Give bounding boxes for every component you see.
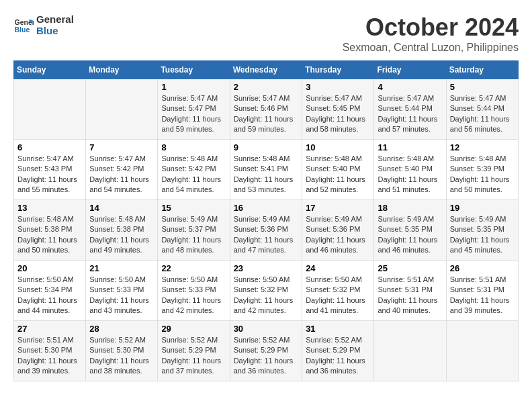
day-number: 22 <box>161 263 226 273</box>
day-number: 8 <box>161 142 226 152</box>
title-section: October 2024 Sexmoan, Central Luzon, Phi… <box>343 13 519 54</box>
day-info: Sunrise: 5:50 AMSunset: 5:32 PMDaylight:… <box>306 275 370 316</box>
calendar-week-row: 27Sunrise: 5:51 AMSunset: 5:30 PMDayligh… <box>14 321 519 381</box>
calendar-cell: 17Sunrise: 5:49 AMSunset: 5:36 PMDayligh… <box>302 200 374 261</box>
calendar-cell: 4Sunrise: 5:47 AMSunset: 5:44 PMDaylight… <box>374 79 446 140</box>
calendar-cell: 20Sunrise: 5:50 AMSunset: 5:34 PMDayligh… <box>14 261 86 321</box>
calendar-cell: 30Sunrise: 5:52 AMSunset: 5:29 PMDayligh… <box>230 321 302 381</box>
calendar-cell: 3Sunrise: 5:47 AMSunset: 5:45 PMDaylight… <box>302 79 374 140</box>
day-info: Sunrise: 5:50 AMSunset: 5:32 PMDaylight:… <box>234 275 299 316</box>
calendar-table: SundayMondayTuesdayWednesdayThursdayFrid… <box>13 60 519 381</box>
calendar-cell: 13Sunrise: 5:48 AMSunset: 5:38 PMDayligh… <box>14 200 86 261</box>
page-header: General Blue General Blue October 2024 S… <box>13 13 519 54</box>
calendar-cell: 18Sunrise: 5:49 AMSunset: 5:35 PMDayligh… <box>374 200 446 261</box>
day-number: 26 <box>450 263 515 273</box>
weekday-header: Wednesday <box>230 61 302 79</box>
day-number: 11 <box>378 142 442 152</box>
calendar-cell: 6Sunrise: 5:47 AMSunset: 5:43 PMDaylight… <box>14 140 86 200</box>
calendar-cell <box>86 79 158 140</box>
logo-text-line1: General <box>36 13 74 25</box>
calendar-week-row: 20Sunrise: 5:50 AMSunset: 5:34 PMDayligh… <box>14 261 519 321</box>
day-number: 16 <box>234 203 299 213</box>
day-info: Sunrise: 5:47 AMSunset: 5:46 PMDaylight:… <box>234 93 299 135</box>
day-info: Sunrise: 5:52 AMSunset: 5:30 PMDaylight:… <box>89 335 154 377</box>
day-number: 13 <box>17 203 82 213</box>
calendar-week-row: 13Sunrise: 5:48 AMSunset: 5:38 PMDayligh… <box>14 200 519 261</box>
day-info: Sunrise: 5:47 AMSunset: 5:45 PMDaylight:… <box>306 93 370 135</box>
day-info: Sunrise: 5:47 AMSunset: 5:44 PMDaylight:… <box>378 93 442 135</box>
calendar-cell <box>374 321 446 381</box>
day-number: 10 <box>306 142 370 152</box>
day-number: 21 <box>89 263 154 273</box>
day-info: Sunrise: 5:48 AMSunset: 5:41 PMDaylight:… <box>234 154 299 195</box>
day-number: 19 <box>450 203 515 213</box>
day-info: Sunrise: 5:48 AMSunset: 5:39 PMDaylight:… <box>450 154 515 195</box>
day-number: 28 <box>89 324 154 334</box>
day-number: 27 <box>17 324 82 334</box>
weekday-header: Sunday <box>14 61 86 79</box>
calendar-cell: 27Sunrise: 5:51 AMSunset: 5:30 PMDayligh… <box>14 321 86 381</box>
calendar-cell: 1Sunrise: 5:47 AMSunset: 5:47 PMDaylight… <box>158 79 230 140</box>
day-info: Sunrise: 5:52 AMSunset: 5:29 PMDaylight:… <box>306 335 370 377</box>
calendar-cell: 15Sunrise: 5:49 AMSunset: 5:37 PMDayligh… <box>158 200 230 261</box>
day-number: 12 <box>450 142 515 152</box>
weekday-header: Thursday <box>302 61 374 79</box>
day-number: 1 <box>161 82 226 92</box>
calendar-cell: 29Sunrise: 5:52 AMSunset: 5:29 PMDayligh… <box>158 321 230 381</box>
day-number: 24 <box>306 263 370 273</box>
day-number: 20 <box>17 263 82 273</box>
day-info: Sunrise: 5:51 AMSunset: 5:30 PMDaylight:… <box>17 335 82 377</box>
day-number: 3 <box>306 82 370 92</box>
calendar-cell: 16Sunrise: 5:49 AMSunset: 5:36 PMDayligh… <box>230 200 302 261</box>
calendar-cell: 31Sunrise: 5:52 AMSunset: 5:29 PMDayligh… <box>302 321 374 381</box>
day-info: Sunrise: 5:49 AMSunset: 5:37 PMDaylight:… <box>161 214 226 256</box>
day-number: 31 <box>306 324 370 334</box>
calendar-cell: 2Sunrise: 5:47 AMSunset: 5:46 PMDaylight… <box>230 79 302 140</box>
logo: General Blue General Blue <box>13 13 74 36</box>
calendar-cell: 9Sunrise: 5:48 AMSunset: 5:41 PMDaylight… <box>230 140 302 200</box>
calendar-cell: 7Sunrise: 5:47 AMSunset: 5:42 PMDaylight… <box>86 140 158 200</box>
day-info: Sunrise: 5:52 AMSunset: 5:29 PMDaylight:… <box>161 335 226 377</box>
day-info: Sunrise: 5:49 AMSunset: 5:36 PMDaylight:… <box>234 214 299 256</box>
day-info: Sunrise: 5:49 AMSunset: 5:36 PMDaylight:… <box>306 214 370 256</box>
day-info: Sunrise: 5:48 AMSunset: 5:42 PMDaylight:… <box>161 154 226 195</box>
calendar-cell <box>446 321 518 381</box>
calendar-cell: 5Sunrise: 5:47 AMSunset: 5:44 PMDaylight… <box>446 79 518 140</box>
day-info: Sunrise: 5:51 AMSunset: 5:31 PMDaylight:… <box>378 275 442 316</box>
day-number: 9 <box>234 142 299 152</box>
day-number: 30 <box>234 324 299 334</box>
calendar-cell: 19Sunrise: 5:49 AMSunset: 5:35 PMDayligh… <box>446 200 518 261</box>
day-number: 4 <box>378 82 442 92</box>
day-number: 29 <box>161 324 226 334</box>
day-number: 6 <box>17 142 82 152</box>
logo-icon: General Blue <box>13 15 34 35</box>
logo-text-line2: Blue <box>36 25 74 36</box>
calendar-header-row: SundayMondayTuesdayWednesdayThursdayFrid… <box>14 61 519 79</box>
calendar-cell: 11Sunrise: 5:48 AMSunset: 5:40 PMDayligh… <box>374 140 446 200</box>
day-number: 25 <box>378 263 442 273</box>
day-info: Sunrise: 5:50 AMSunset: 5:34 PMDaylight:… <box>17 275 82 316</box>
day-info: Sunrise: 5:49 AMSunset: 5:35 PMDaylight:… <box>450 214 515 256</box>
calendar-cell: 12Sunrise: 5:48 AMSunset: 5:39 PMDayligh… <box>446 140 518 200</box>
day-info: Sunrise: 5:52 AMSunset: 5:29 PMDaylight:… <box>234 335 299 377</box>
day-info: Sunrise: 5:47 AMSunset: 5:42 PMDaylight:… <box>89 154 154 195</box>
calendar-cell: 23Sunrise: 5:50 AMSunset: 5:32 PMDayligh… <box>230 261 302 321</box>
day-number: 15 <box>161 203 226 213</box>
day-number: 2 <box>234 82 299 92</box>
weekday-header: Tuesday <box>158 61 230 79</box>
calendar-week-row: 6Sunrise: 5:47 AMSunset: 5:43 PMDaylight… <box>14 140 519 200</box>
day-info: Sunrise: 5:50 AMSunset: 5:33 PMDaylight:… <box>161 275 226 316</box>
day-info: Sunrise: 5:47 AMSunset: 5:43 PMDaylight:… <box>17 154 82 195</box>
weekday-header: Saturday <box>446 61 518 79</box>
month-title: October 2024 <box>343 13 519 42</box>
calendar-cell: 24Sunrise: 5:50 AMSunset: 5:32 PMDayligh… <box>302 261 374 321</box>
day-info: Sunrise: 5:47 AMSunset: 5:47 PMDaylight:… <box>161 93 226 135</box>
weekday-header: Monday <box>86 61 158 79</box>
day-info: Sunrise: 5:49 AMSunset: 5:35 PMDaylight:… <box>378 214 442 256</box>
calendar-cell: 25Sunrise: 5:51 AMSunset: 5:31 PMDayligh… <box>374 261 446 321</box>
day-info: Sunrise: 5:51 AMSunset: 5:31 PMDaylight:… <box>450 275 515 316</box>
calendar-cell: 26Sunrise: 5:51 AMSunset: 5:31 PMDayligh… <box>446 261 518 321</box>
calendar-cell: 22Sunrise: 5:50 AMSunset: 5:33 PMDayligh… <box>158 261 230 321</box>
calendar-week-row: 1Sunrise: 5:47 AMSunset: 5:47 PMDaylight… <box>14 79 519 140</box>
calendar-cell: 14Sunrise: 5:48 AMSunset: 5:38 PMDayligh… <box>86 200 158 261</box>
